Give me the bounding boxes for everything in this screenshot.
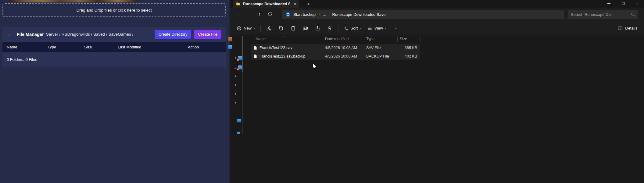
this-pc-icon[interactable] xyxy=(237,119,241,122)
column-header-date-modified[interactable]: Date modified xyxy=(325,37,349,41)
sync-error-badge-icon xyxy=(236,68,239,71)
sort-ascending-icon xyxy=(284,36,286,38)
paste-button[interactable] xyxy=(287,23,299,33)
file-size: 385 KB xyxy=(397,46,420,50)
up-nav-button[interactable]: ↑ xyxy=(254,9,265,19)
create-file-button[interactable]: Create File xyxy=(194,30,221,39)
breadcrumb: Server / RSDragonwilds / Saved / SaveGam… xyxy=(46,32,134,37)
chevron-right-icon[interactable] xyxy=(234,84,236,86)
navigation-pane xyxy=(230,35,243,182)
rename-button[interactable] xyxy=(299,23,312,33)
create-directory-button[interactable]: Create Directory xyxy=(155,30,191,39)
document-icon xyxy=(253,46,257,50)
folder-tree-icon xyxy=(238,56,242,60)
back-nav-button[interactable]: ← xyxy=(234,9,244,19)
maximize-button[interactable] xyxy=(616,0,630,7)
tree-item[interactable] xyxy=(230,93,236,95)
column-header-action: Action xyxy=(188,45,226,49)
plus-circle-icon xyxy=(237,26,242,31)
rename-icon xyxy=(303,26,308,31)
close-button[interactable]: × xyxy=(630,0,644,7)
explorer-tab[interactable]: Runescape Downloaded Save × xyxy=(233,0,299,8)
explorer-body: Name Date modified Type Size xyxy=(230,35,644,182)
folder-icon xyxy=(236,2,241,6)
chevron-down-icon xyxy=(385,27,387,29)
document-icon xyxy=(253,54,257,58)
file-list-area: Name Date modified Type Size xyxy=(243,35,644,182)
tree-item-sync-error-expanded[interactable] xyxy=(230,65,242,69)
tree-item[interactable] xyxy=(230,75,236,77)
start-backup-button[interactable]: Start backup xyxy=(293,12,316,17)
share-button[interactable] xyxy=(312,23,324,33)
column-header-type[interactable]: Type xyxy=(366,37,374,41)
delete-button[interactable] xyxy=(324,23,336,33)
chevron-right-icon[interactable] xyxy=(234,57,236,59)
column-header-size[interactable]: Size xyxy=(400,37,407,41)
tab-close-icon[interactable]: × xyxy=(293,2,297,6)
details-pane-toggle[interactable]: Details xyxy=(615,23,640,33)
chevron-down-icon xyxy=(360,27,361,29)
sync-error-badge-icon xyxy=(236,58,239,61)
dropzone-label: Drag and Drop files or click here to sel… xyxy=(77,8,152,12)
more-options-button[interactable]: … xyxy=(389,23,402,33)
sort-button-label: Sort xyxy=(351,26,358,30)
file-row-francistest123-sav[interactable]: FrancisTest123.sav 4/5/2026 10:08 AM SAV… xyxy=(251,44,420,52)
column-separator[interactable] xyxy=(364,37,364,42)
chevron-down-icon xyxy=(253,27,255,29)
minimize-icon xyxy=(607,3,610,4)
breadcrumb-chevron-icon xyxy=(318,13,320,15)
chevron-right-icon[interactable] xyxy=(234,93,236,95)
new-button-label: New xyxy=(244,26,252,30)
minimize-button[interactable] xyxy=(602,0,616,7)
tree-item[interactable] xyxy=(230,102,236,104)
view-button[interactable]: View xyxy=(364,23,389,33)
cut-button[interactable] xyxy=(263,23,275,33)
share-icon xyxy=(315,26,320,31)
tree-item[interactable] xyxy=(230,84,236,86)
file-manager-title: File Manager xyxy=(17,32,44,37)
background-image-sliver xyxy=(9,0,137,2)
sort-icon xyxy=(344,26,349,31)
search-icon xyxy=(631,12,635,17)
tab-title: Runescape Downloaded Save xyxy=(243,2,290,6)
new-button[interactable]: New xyxy=(234,23,258,33)
copy-button[interactable] xyxy=(275,23,287,33)
column-separator[interactable] xyxy=(420,37,420,42)
chevron-down-icon[interactable] xyxy=(234,66,236,69)
file-name: FrancisTest123.sav xyxy=(259,46,292,50)
file-dropzone[interactable]: Drag and Drop files or click here to sel… xyxy=(2,3,226,17)
column-header-name[interactable]: Name xyxy=(256,37,266,41)
details-panel-icon xyxy=(618,26,623,31)
tree-item-icon[interactable] xyxy=(228,45,232,49)
forward-nav-button[interactable]: → xyxy=(244,9,254,19)
table-header-row: Name Type Size Last Modified Action xyxy=(2,42,226,52)
tree-item-sync-error[interactable] xyxy=(230,56,242,60)
view-icon xyxy=(367,26,372,31)
column-separator[interactable] xyxy=(323,37,323,42)
address-bar[interactable]: Start backup … Runescape Downloaded Save xyxy=(282,10,564,19)
file-row-francistest123-sav-backup[interactable]: FrancisTest123.sav.backup 4/5/2026 10:08… xyxy=(251,52,420,60)
toolbar-divider xyxy=(338,25,338,32)
sort-button[interactable]: Sort xyxy=(341,23,364,33)
chevron-right-icon[interactable] xyxy=(234,102,236,104)
ellipsis-icon: … xyxy=(393,25,398,32)
cut-icon xyxy=(266,26,271,31)
scrollbar-thumb[interactable] xyxy=(242,36,243,72)
navigation-bar: ← → ↑ Start backup … Runescape D xyxy=(230,8,644,21)
back-arrow-icon[interactable]: ← xyxy=(7,32,13,37)
file-date-modified: 4/5/2026 10:08 AM xyxy=(323,46,364,50)
breadcrumb-ellipsis[interactable]: … xyxy=(323,12,327,17)
search-input[interactable] xyxy=(571,12,631,17)
new-tab-button[interactable]: + xyxy=(305,1,312,7)
file-manager-header: ← File Manager Server / RSDragonwilds / … xyxy=(2,27,226,42)
current-folder-breadcrumb[interactable]: Runescape Downloaded Save xyxy=(332,12,386,17)
refresh-icon xyxy=(267,12,272,17)
tab-strip: Runescape Downloaded Save × + × xyxy=(230,0,644,8)
tree-item-icon[interactable] xyxy=(228,37,232,41)
refresh-button[interactable] xyxy=(265,9,275,19)
navpane-scrollbar[interactable] xyxy=(242,36,243,134)
column-separator[interactable] xyxy=(397,37,398,42)
tree-item-icon[interactable] xyxy=(237,132,240,134)
copy-icon xyxy=(278,26,284,31)
chevron-right-icon[interactable] xyxy=(234,75,236,77)
